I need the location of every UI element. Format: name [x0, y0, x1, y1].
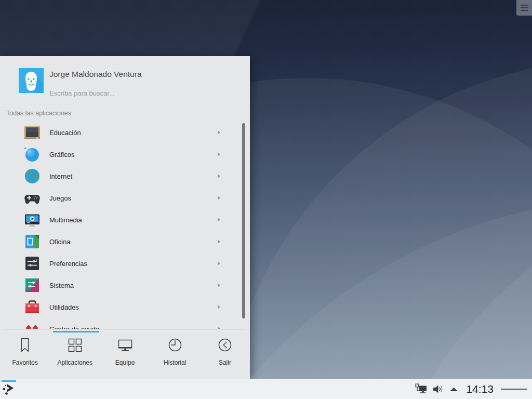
tabbar-separator	[4, 329, 246, 329]
submenu-arrow-icon	[218, 283, 220, 287]
app-category-row-centro-de-ayuda[interactable]: Centro de ayuda	[0, 318, 240, 329]
taskbar-panel: 14:13	[0, 379, 532, 399]
volume-icon[interactable]	[432, 383, 444, 395]
app-category-label: Sistema	[49, 282, 218, 289]
network-icon[interactable]	[415, 383, 427, 395]
app-category-row-internet[interactable]: Internet	[0, 165, 240, 187]
app-category-label: Oficina	[49, 238, 218, 246]
expand-tray-caret-icon[interactable]	[449, 387, 459, 392]
submenu-arrow-icon	[218, 152, 220, 156]
app-category-label: Educación	[49, 129, 218, 137]
submenu-arrow-icon	[218, 261, 220, 265]
user-avatar[interactable]	[19, 68, 44, 93]
hamburger-menu-icon	[521, 3, 528, 12]
office-documents-icon	[24, 233, 41, 250]
submenu-arrow-icon	[218, 196, 220, 200]
search-input[interactable]: Escriba para buscar...	[49, 89, 221, 97]
tab-label: Salir	[219, 359, 231, 366]
app-category-label: Juegos	[49, 194, 218, 202]
tab-aplicaciones[interactable]: Aplicaciones	[50, 329, 100, 379]
hamburger-menu-icon[interactable]	[501, 387, 527, 391]
internet-globe-icon	[24, 168, 41, 184]
screen: Jorge Maldonado Ventura Escriba para bus…	[0, 0, 532, 399]
app-category-row-utilidades[interactable]: Utilidades	[0, 296, 240, 318]
tab-label: Favoritos	[12, 359, 37, 366]
bookmark-icon	[17, 337, 33, 353]
app-category-label: Internet	[49, 172, 218, 180]
leave-icon	[217, 337, 233, 353]
section-label: Todas las aplicaciones	[6, 110, 71, 117]
user-name: Jorge Maldonado Ventura	[49, 70, 142, 79]
scrollbar[interactable]	[242, 123, 245, 318]
submenu-arrow-icon	[218, 240, 220, 244]
multimedia-monitor-icon	[24, 211, 41, 228]
kickoff-launcher-button[interactable]	[0, 379, 20, 399]
app-category-row-juegos[interactable]: Juegos	[0, 187, 240, 209]
tab-label: Historial	[164, 359, 186, 366]
app-grid-icon	[66, 337, 83, 353]
tab-equipo[interactable]: Equipo	[100, 329, 150, 379]
system-sliders-icon	[24, 277, 41, 294]
graphics-sphere-icon	[24, 146, 41, 163]
submenu-arrow-icon	[218, 130, 220, 135]
active-tab-indicator	[53, 331, 99, 332]
submenu-arrow-icon	[218, 218, 220, 222]
app-category-label: Utilidades	[49, 303, 218, 311]
app-category-row-sistema[interactable]: Sistema	[0, 274, 240, 296]
desktop-toolbox-button[interactable]	[516, 0, 532, 16]
plasma-kickoff-icon	[2, 383, 17, 398]
app-category-label: Gráficos	[49, 151, 218, 158]
app-category-row-oficina[interactable]: Oficina	[0, 231, 240, 252]
app-category-label: Centro de ayuda	[49, 325, 218, 329]
launcher-tabbar: Favoritos Aplicaciones	[0, 329, 250, 379]
submenu-arrow-icon	[218, 174, 220, 178]
application-launcher-popup: Jorge Maldonado Ventura Escriba para bus…	[0, 56, 250, 379]
app-category-list: Educación Gráficos	[0, 122, 240, 329]
app-category-row-graficos[interactable]: Gráficos	[0, 143, 240, 165]
app-category-row-multimedia[interactable]: Multimedia	[0, 209, 240, 231]
education-blackboard-icon	[24, 124, 41, 141]
tab-historial[interactable]: Historial	[150, 329, 200, 379]
computer-icon	[117, 337, 134, 353]
app-category-label: Multimedia	[49, 216, 218, 224]
utilities-toolbox-icon	[24, 299, 41, 315]
tab-label: Aplicaciones	[58, 359, 92, 366]
app-category-row-preferencias[interactable]: Preferencias	[0, 252, 240, 274]
taskbar-clock[interactable]: 14:13	[466, 383, 494, 395]
app-category-row-educacion[interactable]: Educación	[0, 122, 240, 143]
submenu-arrow-icon	[218, 305, 220, 309]
system-tray: 14:13	[415, 383, 532, 395]
tab-label: Equipo	[115, 359, 135, 366]
help-center-icon	[24, 321, 41, 329]
preferences-sliders-icon	[24, 255, 41, 272]
clock-icon	[167, 337, 183, 353]
tab-salir[interactable]: Salir	[200, 329, 250, 379]
tab-favoritos[interactable]: Favoritos	[0, 329, 50, 379]
games-gamepad-icon	[24, 190, 41, 206]
app-category-label: Preferencias	[49, 260, 218, 268]
active-launcher-indicator	[2, 380, 16, 382]
